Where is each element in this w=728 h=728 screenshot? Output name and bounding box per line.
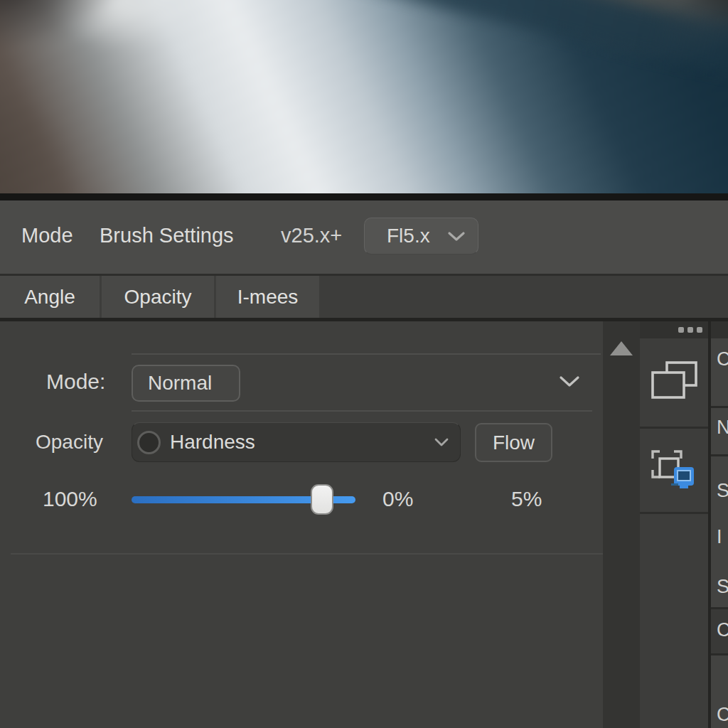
canvas-divider [0, 193, 728, 200]
panel-row-label[interactable]: N [717, 417, 728, 439]
panel-row-label[interactable]: C [717, 348, 728, 370]
opacity-slider-track[interactable] [132, 496, 355, 503]
tool-icon-column [640, 321, 708, 728]
separator [11, 553, 610, 555]
slider-right-value: 5% [511, 487, 542, 511]
brush-settings-panel: Mode: Normal Opacity Hardness Flow 100% … [0, 321, 603, 728]
options-toolbar: Mode Brush Settings v25.x+ Fl5.x [0, 200, 728, 274]
version-dropdown[interactable]: Fl5.x [364, 218, 478, 255]
tab-angle[interactable]: Angle [0, 276, 100, 318]
separator [132, 410, 592, 412]
hardness-dropdown-value: Hardness [170, 431, 434, 454]
opacity-field-label: Opacity [36, 431, 103, 454]
blend-mode-button[interactable]: Normal [132, 365, 240, 402]
panel-row-label[interactable]: C [717, 619, 728, 641]
blend-mode-value: Normal [148, 372, 212, 395]
version-label: v25.x+ [281, 224, 342, 247]
separator [711, 406, 728, 408]
panel-row-label[interactable]: C [717, 704, 728, 726]
hardness-dropdown[interactable]: Hardness [132, 422, 461, 462]
tab-bar: Angle Opacity I-mees [0, 276, 728, 318]
canvas-image[interactable] [0, 0, 728, 198]
opacity-slider-thumb[interactable] [311, 484, 333, 515]
chevron-down-icon[interactable] [559, 375, 580, 390]
chevron-down-icon [434, 437, 449, 447]
device-preview-icon [650, 449, 698, 493]
chevron-down-icon [447, 230, 466, 242]
overlap-frames-icon [648, 359, 700, 406]
scrollbar[interactable] [603, 321, 640, 728]
separator [711, 653, 728, 655]
scroll-up-arrow-icon[interactable] [610, 341, 633, 355]
panel-row-label[interactable]: S [717, 576, 728, 598]
panel-left-border [708, 321, 711, 728]
panel-header-strip [708, 321, 728, 338]
toolbar-item-brush-settings[interactable]: Brush Settings [100, 224, 234, 247]
flow-button[interactable]: Flow [475, 423, 552, 462]
brush-tip-circle-icon [137, 431, 161, 454]
tab-opacity[interactable]: Opacity [102, 276, 214, 318]
separator [640, 512, 708, 514]
right-side-panel: C N S I S C C [708, 321, 728, 728]
toolbar-item-mode[interactable]: Mode [21, 224, 73, 247]
app-window: Mode Brush Settings v25.x+ Fl5.x Angle O… [0, 0, 728, 728]
separator [711, 607, 728, 609]
overlap-frames-button[interactable] [640, 338, 708, 427]
device-preview-button[interactable] [640, 429, 708, 512]
panel-row-label[interactable]: I [717, 526, 722, 548]
separator [711, 454, 728, 456]
separator [132, 353, 601, 355]
slider-left-value: 100% [43, 487, 97, 511]
mode-field-label: Mode: [46, 370, 105, 394]
slider-mid-value: 0% [382, 487, 413, 511]
version-dropdown-value: Fl5.x [387, 225, 430, 247]
panel-row-label[interactable]: S [717, 480, 728, 502]
panel-menu-dots-icon[interactable] [678, 327, 702, 333]
tab-imees[interactable]: I-mees [216, 276, 319, 318]
